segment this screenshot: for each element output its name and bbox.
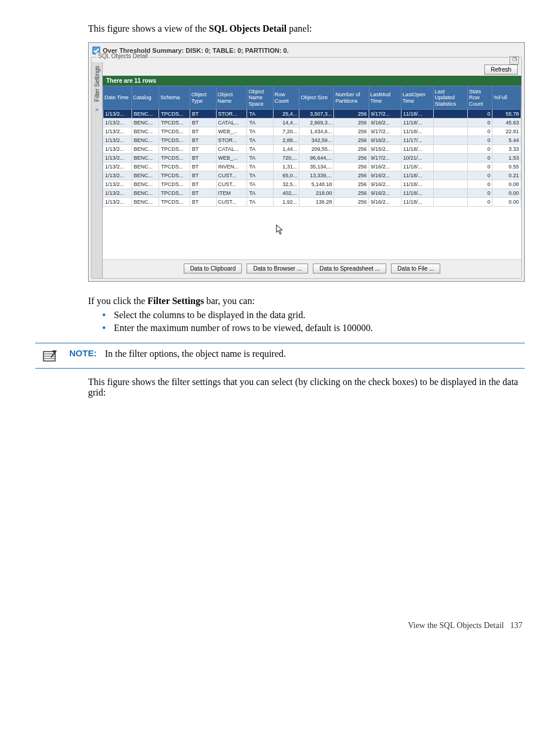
intro-bold: SQL Objects Detail — [209, 23, 286, 33]
cell: 35,134,... — [299, 163, 334, 171]
cell: 218.00 — [299, 189, 334, 198]
cell: 720,... — [273, 154, 299, 163]
cell: 1.53 — [492, 154, 521, 163]
col-last-updated-stats[interactable]: Last Updated Statistics — [433, 86, 467, 110]
cell: BENC... — [131, 163, 159, 171]
cell: 256 — [334, 180, 369, 189]
cell: 0 — [467, 189, 492, 198]
row-count-status: There are 11 rows — [103, 76, 521, 86]
col-schema[interactable]: Schema — [159, 86, 190, 110]
table-row[interactable]: 1/13/2...BENC...TPCDS...BTCUST...TA1,92.… — [103, 198, 521, 207]
blank-area — [103, 207, 521, 259]
table-row[interactable]: 1/13/2...BENC...TPCDS...BTCATAL...TA14,4… — [103, 119, 521, 127]
cell: WEB_... — [216, 127, 247, 136]
cell: 5.44 — [492, 136, 521, 145]
col-lastmod-time[interactable]: LastMod Time — [369, 86, 401, 110]
table-row[interactable]: 1/13/2...BENC...TPCDS...BTSTOR...TA2,88.… — [103, 136, 521, 145]
col-stats-row-count[interactable]: Stats Row Count — [467, 86, 492, 110]
data-to-spreadsheet-button[interactable]: Data to Spreadsheet ... — [313, 264, 386, 274]
cell: 1/13/2... — [103, 180, 132, 189]
ap-post: bar, you can: — [204, 296, 254, 306]
note-block: NOTE: In the filter options, the object … — [35, 343, 525, 369]
cell: TPCDS... — [159, 198, 190, 207]
cell: TPCDS... — [159, 119, 190, 127]
cell: 0.00 — [492, 198, 521, 207]
col-catalog[interactable]: Catalog — [131, 86, 159, 110]
table-row[interactable]: 1/13/2...BENC...TPCDS...BTCUST...TA32,5.… — [103, 180, 521, 189]
table-row[interactable]: 1/13/2...BENC...TPCDS...BTCUST...TA65,0.… — [103, 171, 521, 180]
cell: TPCDS... — [159, 127, 190, 136]
cell — [433, 145, 467, 154]
cell: 1,92... — [273, 198, 299, 207]
table-row[interactable]: 1/13/2...BENC...TPCDS...BTCATAL...TA1,44… — [103, 145, 521, 154]
cell — [433, 110, 467, 119]
cell: TPCDS... — [159, 110, 190, 119]
cell: BT — [190, 189, 216, 198]
ap-bold: Filter Settings — [147, 296, 204, 306]
list-item: Enter the maximum number of rows to be v… — [102, 323, 525, 333]
cell: TA — [247, 180, 273, 189]
cell: TA — [247, 154, 273, 163]
cell: 256 — [334, 198, 369, 207]
col-object-size[interactable]: Object Size — [299, 86, 334, 110]
intro-post: panel: — [286, 23, 312, 33]
cell: 0 — [467, 127, 492, 136]
table-row[interactable]: 1/13/2...BENC...TPCDS...BTWEB_...TA720,.… — [103, 154, 521, 163]
table-row[interactable]: 1/13/2...BENC...TPCDS...BTINVEN...TA1,31… — [103, 163, 521, 171]
table-row[interactable]: 1/13/2...BENC...TPCDS...BTSTOR...TA25,4.… — [103, 110, 521, 119]
col-object-name[interactable]: Object Name — [216, 86, 247, 110]
footer-page: 137 — [510, 621, 522, 630]
cell: 11/18/... — [401, 198, 433, 207]
refresh-button[interactable]: Refresh — [484, 65, 518, 75]
filter-settings-bar[interactable]: Filter Settings » — [92, 62, 103, 278]
cell: 11/18/... — [401, 110, 433, 119]
cell: 0 — [467, 180, 492, 189]
cell: TPCDS... — [159, 171, 190, 180]
cell: 3.33 — [492, 145, 521, 154]
col-num-partitions[interactable]: Number of Partitions — [334, 86, 369, 110]
cell: 11/18/... — [401, 189, 433, 198]
cell: 10/21/... — [401, 154, 433, 163]
cell: 14,4... — [273, 119, 299, 127]
table-row[interactable]: 1/13/2...BENC...TPCDS...BTWEB_...TA7,20.… — [103, 127, 521, 136]
note-label: NOTE: — [69, 348, 97, 358]
cell: 1,434,6... — [299, 127, 334, 136]
data-to-browser-button[interactable]: Data to Browser ... — [247, 264, 308, 274]
cell: 1,31... — [273, 163, 299, 171]
cell: 1/13/2... — [103, 189, 132, 198]
table-row[interactable]: 1/13/2...BENC...TPCDS...BTITEMTA402,...2… — [103, 189, 521, 198]
cell: 13,339,... — [299, 171, 334, 180]
cell: 9/15/2... — [369, 145, 401, 154]
cell: TA — [247, 119, 273, 127]
col-date-time[interactable]: Date Time — [103, 86, 132, 110]
data-to-clipboard-button[interactable]: Data to Clipboard — [184, 264, 242, 274]
data-to-file-button[interactable]: Data to File ... — [391, 264, 440, 274]
cell: BENC... — [131, 145, 159, 154]
cell: STOR... — [216, 110, 247, 119]
cell: 1/13/2... — [103, 154, 132, 163]
restore-icon[interactable]: ❐ — [510, 56, 519, 65]
cell: 0.00 — [492, 189, 521, 198]
cell: 256 — [334, 145, 369, 154]
cell — [433, 154, 467, 163]
cell: 9/16/2... — [369, 171, 401, 180]
cell: 1/13/2... — [103, 110, 132, 119]
cell: 0.08 — [492, 180, 521, 189]
col-object-name-space[interactable]: Object Name Space — [247, 86, 273, 110]
col-object-type[interactable]: Object Type — [190, 86, 216, 110]
cell: CUST... — [216, 198, 247, 207]
col-lastopen-time[interactable]: LastOpen Time — [401, 86, 433, 110]
cell: TA — [247, 110, 273, 119]
group-label: SQL Objects Detail — [96, 53, 150, 59]
col-pct-full[interactable]: %Full — [492, 86, 521, 110]
cell: TPCDS... — [159, 189, 190, 198]
cell: BENC... — [131, 171, 159, 180]
col-row-count[interactable]: Row Count — [273, 86, 299, 110]
cell: 0 — [467, 136, 492, 145]
cell: 2,869,3... — [299, 119, 334, 127]
cell: 256 — [334, 189, 369, 198]
cell: BT — [190, 110, 216, 119]
cell: BT — [190, 198, 216, 207]
cell: 7,20... — [273, 127, 299, 136]
cell: 5,148.18 — [299, 180, 334, 189]
